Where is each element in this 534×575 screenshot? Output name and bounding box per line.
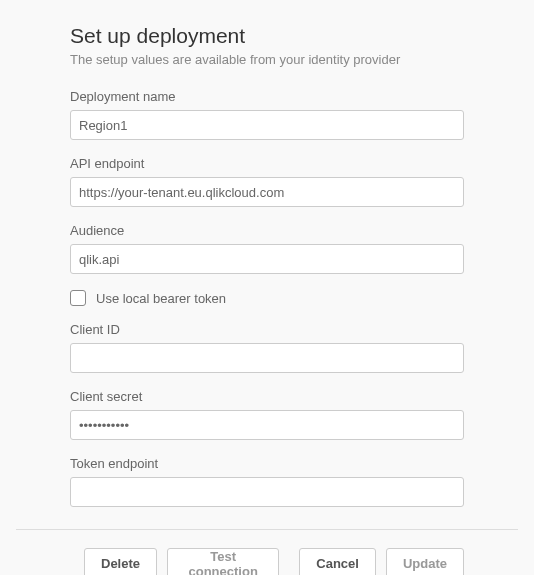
field-local-token: Use local bearer token [70,290,464,306]
field-deployment-name: Deployment name [70,89,464,140]
client-secret-input[interactable] [70,410,464,440]
label-api-endpoint: API endpoint [70,156,464,171]
client-id-input[interactable] [70,343,464,373]
field-client-secret: Client secret [70,389,464,440]
page-title: Set up deployment [70,24,464,48]
label-client-secret: Client secret [70,389,464,404]
audience-input[interactable] [70,244,464,274]
api-endpoint-input[interactable] [70,177,464,207]
label-deployment-name: Deployment name [70,89,464,104]
token-endpoint-input[interactable] [70,477,464,507]
local-token-checkbox[interactable] [70,290,86,306]
button-row: Delete Test connection Cancel Update [0,530,534,575]
field-client-id: Client ID [70,322,464,373]
page-subtitle: The setup values are available from your… [70,52,464,67]
delete-button[interactable]: Delete [84,548,157,575]
field-api-endpoint: API endpoint [70,156,464,207]
label-local-token: Use local bearer token [96,291,226,306]
cancel-button[interactable]: Cancel [299,548,376,575]
label-token-endpoint: Token endpoint [70,456,464,471]
form-container: Set up deployment The setup values are a… [0,0,534,507]
label-client-id: Client ID [70,322,464,337]
deployment-name-input[interactable] [70,110,464,140]
field-audience: Audience [70,223,464,274]
label-audience: Audience [70,223,464,238]
field-token-endpoint: Token endpoint [70,456,464,507]
test-connection-button[interactable]: Test connection [167,548,279,575]
update-button[interactable]: Update [386,548,464,575]
